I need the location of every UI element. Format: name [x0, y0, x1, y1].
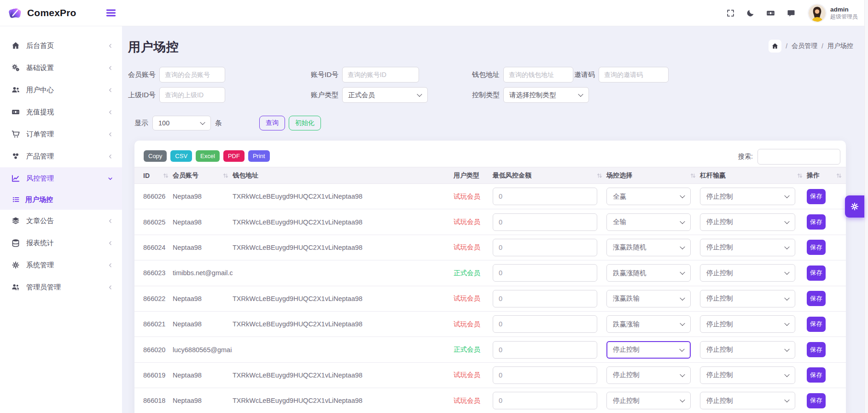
export-excel-button[interactable]: Excel [196, 150, 220, 162]
filter-input[interactable] [342, 67, 419, 83]
column-header[interactable]: ID [134, 172, 173, 179]
sidebar-item-label: 风控管理 [26, 174, 107, 183]
sidebar-item-database[interactable]: 报表统计 [0, 232, 122, 254]
filter-input[interactable] [159, 87, 225, 103]
export-print-button[interactable]: Print [248, 150, 270, 162]
save-button[interactable]: 保存 [807, 367, 826, 383]
sidebar-item-home[interactable]: 后台首页 [0, 35, 122, 57]
scene-control-select[interactable]: 涨赢跌随机 [606, 239, 691, 256]
column-header[interactable]: 会员账号 [173, 171, 233, 180]
min-risk-amount-input[interactable] [493, 188, 597, 205]
sort-icon[interactable] [163, 172, 169, 179]
save-button[interactable]: 保存 [807, 189, 826, 204]
leverage-select[interactable]: 停止控制 [700, 290, 795, 307]
export-copy-button[interactable]: Copy [144, 150, 167, 162]
column-header[interactable]: 场控选择 [606, 171, 700, 180]
chevron-down-icon [680, 397, 685, 402]
export-csv-button[interactable]: CSV [170, 150, 192, 162]
sort-icon[interactable] [596, 172, 603, 179]
scene-control-select[interactable]: 涨赢跌输 [606, 290, 691, 307]
brand-logo[interactable]: ComexPro [0, 6, 92, 21]
sidebar-item-banknote[interactable]: 充值提现 [0, 101, 122, 123]
leverage-select[interactable]: 停止控制 [700, 366, 795, 384]
sidebar-item-gears[interactable]: 基础设置 [0, 57, 122, 79]
theme-settings-gear-button[interactable] [845, 195, 864, 218]
leverage-select[interactable]: 停止控制 [700, 392, 795, 409]
query-button[interactable]: 查询 [259, 116, 285, 130]
banknote-icon [11, 107, 20, 117]
sidebar-item-gear[interactable]: 系统管理 [0, 254, 122, 276]
scene-control-select[interactable]: 停止控制 [606, 366, 691, 384]
filter-input[interactable] [159, 67, 225, 83]
user-avatar[interactable] [809, 5, 826, 22]
filter-field: 账号ID号 [311, 67, 419, 83]
sidebar-item-users[interactable]: 用户中心 [0, 79, 122, 101]
breadcrumb-home-icon[interactable] [769, 40, 781, 53]
filter-select[interactable]: 正式会员 [342, 87, 428, 103]
sidebar-item-admins[interactable]: 管理员管理 [0, 276, 122, 298]
save-button[interactable]: 保存 [807, 393, 826, 408]
sidebar-toggle-hamburger-icon[interactable] [105, 7, 117, 19]
min-risk-amount-input[interactable] [493, 239, 597, 256]
sidebar-item-layers[interactable]: 文章公告 [0, 210, 122, 232]
save-button[interactable]: 保存 [807, 240, 826, 255]
scene-control-select[interactable]: 全赢 [606, 188, 691, 205]
export-buttons: CopyCSVExcelPDFPrint [144, 150, 274, 162]
export-pdf-button[interactable]: PDF [223, 150, 245, 162]
cell-account: Neptaa98 [173, 372, 233, 379]
money-icon[interactable] [766, 8, 775, 18]
scene-control-select[interactable]: 停止控制 [606, 341, 691, 359]
breadcrumb-current[interactable]: 用户场控 [827, 42, 853, 50]
sort-icon[interactable] [690, 172, 696, 179]
filter-input[interactable] [599, 67, 669, 83]
save-button[interactable]: 保存 [807, 291, 826, 306]
sidebar-item-shapes[interactable]: 产品管理 [0, 145, 122, 167]
min-risk-amount-input[interactable] [493, 213, 597, 231]
dark-mode-moon-icon[interactable] [746, 9, 755, 18]
fullscreen-icon[interactable] [726, 9, 735, 18]
sidebar-item-chart[interactable]: 风控管理 [0, 167, 122, 189]
sort-icon[interactable] [222, 172, 229, 179]
leverage-select[interactable]: 停止控制 [700, 341, 795, 359]
sort-icon[interactable] [836, 172, 842, 179]
save-button[interactable]: 保存 [807, 317, 826, 332]
save-button[interactable]: 保存 [807, 266, 826, 281]
scene-control-select[interactable]: 全输 [606, 213, 691, 231]
breadcrumb-parent[interactable]: 会员管理 [792, 42, 817, 50]
sidebar-subitem-list[interactable]: 用户场控 [0, 189, 122, 210]
column-header[interactable]: 杠杆输赢 [700, 171, 807, 180]
min-risk-amount-input[interactable] [493, 341, 597, 359]
min-risk-amount-input[interactable] [493, 366, 597, 384]
scene-control-select[interactable]: 跌赢涨随机 [606, 264, 691, 282]
search-input[interactable] [757, 149, 840, 165]
page-size-select[interactable]: 100 [152, 116, 211, 130]
min-risk-amount-input[interactable] [493, 315, 597, 333]
save-button[interactable]: 保存 [807, 342, 826, 357]
leverage-select[interactable]: 停止控制 [700, 188, 795, 205]
user-info: admin 超级管理员 [830, 6, 858, 20]
filter-input[interactable] [503, 67, 573, 83]
save-button[interactable]: 保存 [807, 214, 826, 230]
sidebar-group: 订单管理 [0, 123, 122, 145]
user-menu[interactable]: admin 超级管理员 [809, 5, 858, 22]
leverage-select[interactable]: 停止控制 [700, 239, 795, 256]
scene-control-select[interactable]: 停止控制 [606, 392, 691, 409]
leverage-select[interactable]: 停止控制 [700, 264, 795, 282]
filter-select[interactable]: 请选择控制类型 [503, 87, 589, 103]
leverage-select[interactable]: 停止控制 [700, 213, 795, 231]
page-scrollbar[interactable] [864, 0, 868, 413]
scene-control-select[interactable]: 跌赢涨输 [606, 315, 691, 333]
column-header[interactable]: 操作 [807, 171, 846, 180]
sort-icon[interactable] [797, 172, 803, 179]
sidebar-group: 管理员管理 [0, 276, 122, 298]
min-risk-amount-input[interactable] [493, 264, 597, 282]
reset-button[interactable]: 初始化 [289, 116, 321, 130]
sidebar-item-cart[interactable]: 订单管理 [0, 123, 122, 145]
table-row: 866020lucy6880565@gmai.com正式会员停止控制停止控制保存 [134, 337, 846, 362]
cell-id: 866023 [134, 269, 173, 277]
column-header[interactable]: 最低风控金额 [493, 171, 606, 180]
min-risk-amount-input[interactable] [493, 290, 597, 307]
min-risk-amount-input[interactable] [493, 392, 597, 409]
leverage-select[interactable]: 停止控制 [700, 315, 795, 333]
chat-icon[interactable] [786, 9, 796, 18]
